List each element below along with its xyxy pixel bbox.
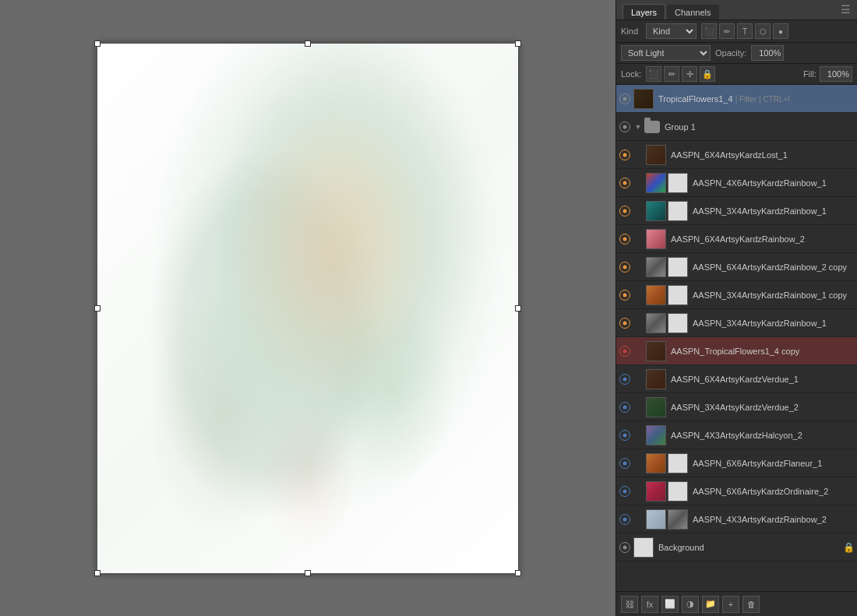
selection-handle-mr[interactable] [515, 305, 521, 312]
layer-thumb-rainbow2 [646, 201, 666, 221]
layer-item-rainbow5[interactable]: AASPN_3X4ArtsyKardzRainbow_1 copy [616, 281, 857, 309]
layer-visibility-rainbow2[interactable] [616, 197, 633, 225]
footer-fx-btn[interactable]: fx [641, 596, 658, 613]
layer-item-ordinaire[interactable]: AASPN_6X6ArtsyKardzOrdinaire_2 [616, 477, 857, 505]
footer-mask-btn[interactable]: ⬜ [661, 596, 679, 613]
layer-item-verdue2[interactable]: AASPN_3X4ArtsyKardzVerdue_2 [616, 393, 857, 421]
layer-item-lost1[interactable]: AASPN_6X4ArtsyKardzLost_1 [616, 141, 857, 169]
selection-handle-br[interactable] [515, 570, 521, 576]
layer-visibility-verdue2[interactable] [616, 393, 633, 421]
layer-name-lost1: AASPN_6X4ArtsyKardzLost_1 [671, 150, 854, 160]
layer-visibility-rainbow-last[interactable] [616, 505, 633, 533]
footer-link-btn[interactable]: ⛓ [621, 596, 638, 613]
eye-icon-ordinaire[interactable] [619, 486, 630, 497]
selection-handle-ml[interactable] [94, 305, 101, 312]
layer-item-verdue1[interactable]: AASPN_6X4ArtsyKardzVerdue_1 [616, 365, 857, 393]
kind-shape-icon[interactable]: ⬡ [755, 23, 771, 39]
eye-icon-verdue2[interactable] [619, 402, 630, 413]
selection-handle-bm[interactable] [305, 570, 311, 576]
layer-visibility-rainbow3[interactable] [616, 225, 633, 253]
group-arrow[interactable]: ▼ [633, 122, 643, 132]
eye-icon-rainbow-last[interactable] [619, 514, 630, 525]
layer-visibility-tropical-filter[interactable] [616, 85, 633, 113]
footer-trash-btn[interactable]: 🗑 [742, 596, 760, 613]
lock-pixels-btn[interactable]: ⬛ [646, 66, 661, 82]
layer-item-rainbow-last[interactable]: AASPN_4X3ArtsyKardzRainbow_2 [616, 505, 857, 533]
layer-visibility-rainbow5[interactable] [616, 281, 633, 309]
layer-item-flaneur[interactable]: AASPN_6X6ArtsyKardzFlaneur_1 [616, 449, 857, 477]
eye-icon-halcyon[interactable] [619, 430, 630, 441]
eye-icon-rainbow5[interactable] [619, 290, 630, 301]
layer-name-verdue2: AASPN_3X4ArtsyKardzVerdue_2 [671, 403, 854, 412]
layer-visibility-rainbow1[interactable] [616, 169, 633, 197]
layer-name-ordinaire: AASPN_6X6ArtsyKardzOrdinaire_2 [693, 487, 854, 496]
eye-icon-verdue1[interactable] [619, 374, 630, 385]
layer-visibility-verdue1[interactable] [616, 365, 633, 393]
layer-name-halcyon: AASPN_4X3ArtsyKardzHalcyon_2 [671, 431, 854, 440]
selection-handle-tr[interactable] [515, 40, 521, 47]
canvas-content [97, 44, 518, 573]
eye-icon-rainbow1[interactable] [619, 178, 630, 188]
layer-item-rainbow3[interactable]: AASPN_6X4ArtsyKardzRainbow_2 [616, 225, 857, 253]
layer-visibility-halcyon[interactable] [616, 421, 633, 449]
eye-icon-tropical-copy[interactable] [619, 346, 630, 357]
layer-item-tropical-filter[interactable]: TropicalFlowers1_4 | Filter | CTRL+I [616, 85, 857, 113]
layer-visibility-rainbow6[interactable] [616, 309, 633, 337]
layer-thumb-flower1 [633, 89, 654, 109]
lock-artboards-btn[interactable]: 🔒 [700, 66, 715, 82]
kind-pixel-icon[interactable]: ⬛ [701, 23, 717, 39]
eye-icon-rainbow4[interactable] [619, 262, 630, 273]
eye-icon-rainbow2[interactable] [619, 206, 630, 216]
layer-item-rainbow6[interactable]: AASPN_3X4ArtsyKardzRainbow_1 [616, 309, 857, 337]
eye-icon-flaneur[interactable] [619, 458, 630, 469]
layer-thumb-rainbow3 [646, 229, 666, 249]
layer-thumb-lost1 [646, 145, 666, 165]
kind-type-icon[interactable]: T [737, 23, 753, 39]
eye-icon-tropical-filter[interactable] [619, 93, 630, 104]
kind-smart-icon[interactable]: ● [773, 23, 788, 39]
layer-visibility-background[interactable] [616, 533, 633, 561]
eye-icon-lost1[interactable] [619, 150, 630, 160]
footer-adjust-btn[interactable]: ◑ [682, 596, 699, 613]
layer-visibility-ordinaire[interactable] [616, 477, 633, 505]
layer-visibility-lost1[interactable] [616, 141, 633, 169]
layer-thumb-flaneur-mask [668, 453, 688, 473]
layer-thumb-container [633, 89, 654, 109]
layer-item-background[interactable]: Background 🔒 [616, 533, 857, 561]
layer-visibility-rainbow4[interactable] [616, 253, 633, 281]
canvas-wrapper [97, 44, 518, 573]
lock-move-btn[interactable]: ✛ [682, 66, 697, 82]
opacity-input[interactable] [751, 45, 784, 61]
layer-visibility-tropical-copy[interactable] [616, 337, 633, 365]
layer-visibility-group1[interactable] [616, 113, 633, 141]
layer-visibility-flaneur[interactable] [616, 449, 633, 477]
kind-adjust-icon[interactable]: ✏ [719, 23, 735, 39]
selection-handle-tm[interactable] [305, 40, 311, 47]
tab-layers[interactable]: Layers [622, 4, 665, 19]
kind-select[interactable]: Kind [646, 23, 697, 39]
footer-folder-btn[interactable]: 📁 [702, 596, 719, 613]
lock-paint-btn[interactable]: ✏ [664, 66, 679, 82]
layer-item-tropical-copy[interactable]: AASPN_TropicalFlowers1_4 copy [616, 337, 857, 365]
layer-item-halcyon[interactable]: AASPN_4X3ArtsyKardzHalcyon_2 [616, 421, 857, 449]
eye-icon-rainbow3[interactable] [619, 234, 630, 245]
layer-item-rainbow1[interactable]: AASPN_4X6ArtsyKardzRainbow_1 [616, 169, 857, 197]
layers-list[interactable]: TropicalFlowers1_4 | Filter | CTRL+I ▼ G… [616, 85, 857, 591]
layer-item-group1[interactable]: ▼ Group 1 [616, 113, 857, 141]
selection-handle-tl[interactable] [94, 40, 101, 47]
layer-item-rainbow2[interactable]: AASPN_3X4ArtsyKardzRainbow_1 [616, 197, 857, 225]
eye-icon-background[interactable] [619, 542, 630, 553]
selection-handle-bl[interactable] [94, 570, 101, 576]
fill-input[interactable] [820, 66, 852, 82]
kind-label: Kind [621, 26, 643, 36]
footer-new-btn[interactable]: + [722, 596, 739, 613]
kind-icons: ⬛ ✏ T ⬡ ● [701, 23, 788, 39]
tab-channels[interactable]: Channels [667, 5, 718, 19]
panel-menu-icon[interactable]: ☰ [841, 3, 851, 16]
layer-thumb-container-rainbow6 [646, 313, 688, 333]
layer-item-rainbow4[interactable]: AASPN_6X4ArtsyKardzRainbow_2 copy [616, 253, 857, 281]
eye-icon-group1[interactable] [619, 121, 630, 132]
eye-icon-rainbow6[interactable] [619, 318, 630, 329]
blend-mode-select[interactable]: Soft Light [621, 45, 711, 61]
lock-label: Lock: [621, 69, 643, 79]
